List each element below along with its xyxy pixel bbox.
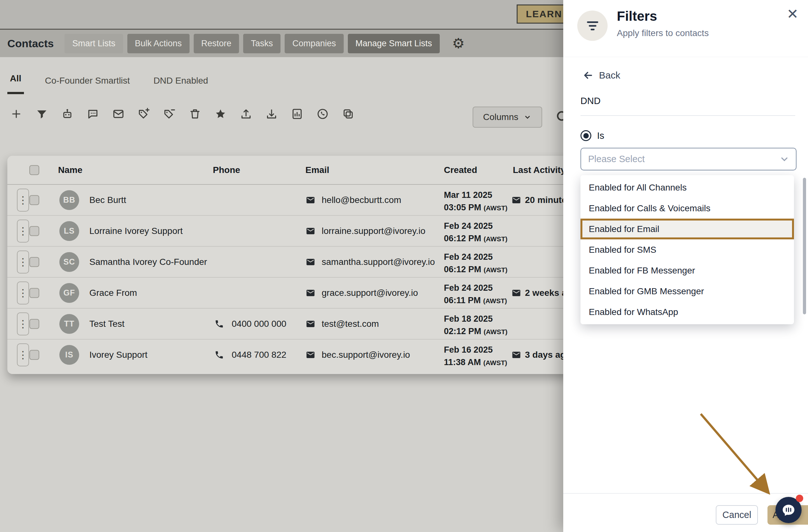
back-label: Back [599,70,620,81]
row-checkbox[interactable] [29,350,39,360]
created-cell: Feb 16 2025 11:38 AM (AWST) [444,344,507,369]
row-menu-button[interactable]: ⋮ [17,220,29,242]
nav-manage-smart-lists[interactable]: Manage Smart Lists [348,34,440,53]
nav-restore[interactable]: Restore [194,34,239,53]
email-icon [306,319,315,329]
col-name: Name [58,165,82,175]
contact-email[interactable]: hello@becburtt.com [322,195,401,205]
row-menu-button[interactable]: ⋮ [17,189,29,212]
contact-name[interactable]: Bec Burtt [89,195,126,205]
avatar: LS [59,221,79,241]
is-radio[interactable] [581,130,591,141]
dnd-select[interactable]: Please Select [581,148,796,170]
created-cell: Feb 18 2025 02:12 PM (AWST) [444,313,508,338]
row-checkbox[interactable] [29,195,39,205]
row-menu-button[interactable]: ⋮ [17,312,29,335]
filter-field-label: DND [581,96,601,106]
export-icon[interactable] [265,107,278,121]
columns-button[interactable]: Columns [473,107,542,128]
option-enabled-for-gmb-messenger[interactable]: Enabled for GMB Messenger [581,281,794,301]
email-activity-icon [512,288,521,298]
contact-name[interactable]: Grace From [89,288,137,298]
contact-email[interactable]: bec.support@ivorey.io [322,350,410,360]
contact-phone[interactable]: 0400 000 000 [232,319,286,329]
dropdown-scrollbar[interactable] [803,178,806,314]
nav-companies[interactable]: Companies [284,34,344,53]
row-menu-button[interactable]: ⋮ [17,251,29,274]
row-checkbox[interactable] [29,288,39,298]
automation-robot-icon[interactable] [61,107,74,121]
cancel-button[interactable]: Cancel [716,505,758,525]
duplicate-icon[interactable] [342,107,355,121]
contact-name[interactable]: Samantha Ivorey Co-Founder [89,257,207,267]
arrow-left-icon [582,70,594,81]
filter-panel-icon [577,11,608,41]
header-divider [563,57,808,57]
email-icon [306,195,315,205]
tab-all[interactable]: All [7,73,24,94]
close-icon[interactable]: ✕ [787,7,798,21]
chevron-down-icon [524,113,532,121]
option-enabled-for-whatsapp[interactable]: Enabled for WhatsApp [581,301,794,322]
remove-tag-icon[interactable] [163,107,176,121]
option-enabled-for-all-channels[interactable]: Enabled for All Channels [581,177,794,198]
avatar: TT [59,314,79,334]
settings-gear-icon[interactable]: ⚙ [452,36,465,51]
contact-email[interactable]: samantha.support@ivorey.io [322,257,435,267]
col-last-activity: Last Activity [513,165,566,175]
row-menu-button[interactable]: ⋮ [17,281,29,305]
col-created: Created [444,165,477,175]
row-checkbox[interactable] [29,319,39,329]
avatar: BB [59,190,79,210]
filters-panel: Filters Apply filters to contacts ✕ Back… [563,0,808,532]
dnd-select-dropdown: Enabled for All Channels Enabled for Cal… [581,175,794,324]
filter-icon[interactable] [35,107,49,121]
page-title: Contacts [7,37,54,50]
panel-title: Filters [617,8,657,24]
contact-name[interactable]: Test Test [89,319,125,329]
nav-smart-lists[interactable]: Smart Lists [65,34,123,53]
whatsapp-icon[interactable] [316,107,329,121]
add-contact-icon[interactable] [10,107,23,121]
avatar: GF [59,283,79,303]
report-icon[interactable] [290,107,304,121]
option-enabled-for-fb-messenger[interactable]: Enabled for FB Messenger [581,260,794,281]
add-tag-icon[interactable] [137,107,151,121]
chat-bubble-icon [782,503,795,517]
created-cell: Mar 11 2025 03:05 PM (AWST) [444,189,508,214]
col-email: Email [306,165,329,175]
nav-bulk-actions[interactable]: Bulk Actions [127,34,189,53]
contact-name[interactable]: Lorraine Ivorey Support [89,226,183,236]
created-cell: Feb 24 2025 06:12 PM (AWST) [444,220,508,245]
row-menu-button[interactable]: ⋮ [17,343,29,366]
back-button[interactable]: Back [582,70,620,81]
nav-tasks[interactable]: Tasks [243,34,280,53]
col-phone: Phone [213,165,240,175]
import-icon[interactable] [239,107,253,121]
contact-phone[interactable]: 0448 700 822 [232,350,286,360]
tab-dnd-enabled[interactable]: DND Enabled [151,76,210,94]
notification-dot [796,495,803,502]
option-enabled-for-sms[interactable]: Enabled for SMS [581,239,794,260]
footer-divider [563,493,808,494]
created-cell: Feb 24 2025 06:11 PM (AWST) [444,282,507,307]
sms-icon[interactable] [86,107,99,121]
row-checkbox[interactable] [29,226,39,236]
contact-email[interactable]: grace.support@ivorey.io [322,288,418,298]
contact-email[interactable]: test@test.com [322,319,379,329]
favorite-star-icon[interactable] [214,107,227,121]
email-icon [306,288,315,298]
row-checkbox[interactable] [29,257,39,267]
panel-subtitle: Apply filters to contacts [617,28,709,38]
email-activity-icon [512,350,521,360]
select-placeholder: Please Select [588,154,645,164]
contact-email[interactable]: lorraine.support@ivorey.io [322,226,425,236]
option-enabled-for-calls-voicemails[interactable]: Enabled for Calls & Voicemails [581,198,794,219]
tab-co-founder-smartlist[interactable]: Co-Founder Smartlist [42,76,132,94]
option-enabled-for-email[interactable]: Enabled for Email [581,219,794,239]
delete-icon[interactable] [188,107,202,121]
email-icon[interactable] [112,107,125,121]
select-all-checkbox[interactable] [29,165,39,175]
chevron-down-icon [779,154,789,164]
contact-name[interactable]: Ivorey Support [89,350,147,360]
